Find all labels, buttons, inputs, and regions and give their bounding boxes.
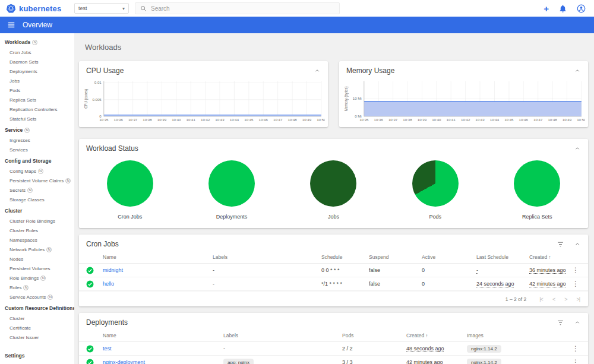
row-menu-icon[interactable]: ⋮: [570, 267, 581, 274]
svg-text:10:41: 10:41: [187, 119, 195, 122]
sidebar-item[interactable]: Cluster: [0, 314, 74, 323]
filter-icon[interactable]: [557, 240, 564, 248]
sidebar-item[interactable]: Persistent Volume Claims N: [0, 176, 74, 185]
svg-text:10:46: 10:46: [259, 119, 268, 122]
namespace-selector[interactable]: test ▾: [74, 3, 129, 14]
column-labels[interactable]: Labels: [223, 333, 342, 338]
deployment-name-link[interactable]: nginx-deployment: [103, 359, 223, 364]
row-menu-icon[interactable]: ⋮: [570, 345, 581, 352]
sidebar-item-label: Cluster Issuer: [10, 335, 39, 340]
sidebar-section-header[interactable]: Custom Resource Definitions: [0, 303, 74, 314]
search-input[interactable]: [151, 5, 334, 12]
column-schedule[interactable]: Schedule: [321, 254, 369, 260]
sidebar-footer-item[interactable]: About: [0, 361, 74, 364]
collapse-chevron-icon[interactable]: [574, 67, 581, 74]
sidebar-item-label: Deployments: [10, 69, 37, 74]
collapse-chevron-icon[interactable]: [574, 145, 581, 152]
column-last-schedule[interactable]: Last Schedule: [476, 254, 529, 260]
status-cell: [86, 267, 103, 274]
row-menu-icon[interactable]: ⋮: [570, 280, 581, 287]
sidebar-item[interactable]: Deployments: [0, 67, 74, 76]
column-created[interactable]: Created↑: [406, 333, 467, 338]
column-labels[interactable]: Labels: [213, 254, 321, 260]
column-suspend[interactable]: Suspend: [369, 254, 422, 260]
pagination-prev-page-button[interactable]: <: [552, 296, 555, 302]
sidebar-item[interactable]: Persistent Volumes: [0, 264, 74, 273]
svg-text:10:39: 10:39: [157, 119, 166, 122]
sidebar-item-label: Config Maps: [10, 169, 36, 174]
sidebar-item[interactable]: Ingresses: [0, 135, 74, 145]
sidebar-section-label: Custom Resource Definitions: [5, 305, 74, 311]
svg-text:10 Mi: 10 Mi: [353, 97, 362, 100]
notifications-bell-icon[interactable]: [558, 4, 567, 13]
create-resource-button[interactable]: +: [544, 4, 549, 13]
user-account-icon[interactable]: [577, 4, 586, 13]
success-check-icon: [86, 267, 94, 274]
kubernetes-logo-icon: [6, 4, 16, 14]
cpu-usage-card: CPU Usage 10:3510:3610:3710:3810:3910:40…: [79, 61, 328, 127]
sidebar-item[interactable]: Cluster Role Bindings: [0, 216, 74, 226]
sidebar-item[interactable]: Replication Controllers: [0, 105, 74, 114]
workload-status-pie: [514, 160, 560, 207]
sidebar-item-label: Persistent Volume Claims: [10, 178, 64, 183]
cron-job-name-link[interactable]: hello: [103, 281, 213, 287]
row-menu-icon[interactable]: ⋮: [570, 359, 581, 364]
sidebar-section-header[interactable]: Config and Storage: [0, 156, 74, 166]
sidebar-item[interactable]: Config Maps N: [0, 166, 74, 176]
cron-job-name-link[interactable]: midnight: [103, 267, 213, 273]
pagination-first-page-button[interactable]: |<: [539, 296, 543, 302]
sidebar-item[interactable]: Services: [0, 145, 74, 154]
sidebar-item[interactable]: Pods: [0, 86, 74, 95]
column-active[interactable]: Active: [422, 254, 476, 260]
sidebar-section-header[interactable]: Workloads N: [0, 37, 74, 48]
sidebar-item[interactable]: Storage Classes: [0, 195, 74, 204]
sidebar-item[interactable]: Secrets N: [0, 185, 74, 195]
sidebar-item-label: Cron Jobs: [10, 50, 31, 55]
cell-created: 42 minutes ago: [406, 359, 467, 364]
sidebar-item[interactable]: Certificate: [0, 323, 74, 333]
collapse-chevron-icon[interactable]: [574, 240, 581, 248]
sidebar-section-header[interactable]: Cluster: [0, 205, 74, 216]
sidebar-section: Workloads N Cron Jobs Daemon Sets Deploy…: [0, 37, 74, 124]
cpu-usage-chart: 10:3510:3610:3710:3810:3910:4010:4110:42…: [82, 78, 325, 124]
kubernetes-brand[interactable]: kubernetes: [6, 4, 68, 14]
success-check-icon: [86, 345, 94, 353]
sidebar-item[interactable]: Stateful Sets: [0, 114, 74, 124]
sidebar-item[interactable]: Namespaces: [0, 235, 74, 245]
collapse-chevron-icon[interactable]: [314, 67, 321, 74]
status-cell: [86, 359, 103, 364]
sidebar-section-header[interactable]: Service N: [0, 125, 74, 135]
sidebar-item[interactable]: Cluster Issuer: [0, 333, 74, 342]
column-images[interactable]: Images: [467, 333, 570, 338]
column-name[interactable]: Name: [103, 254, 213, 260]
sidebar-item[interactable]: Role Bindings N: [0, 273, 74, 283]
cell-active: 0: [422, 267, 476, 273]
sidebar-item[interactable]: Cron Jobs: [0, 48, 74, 57]
sidebar-item[interactable]: Replica Sets: [0, 95, 74, 105]
sidebar-item[interactable]: Jobs: [0, 76, 74, 86]
pagination-last-page-button[interactable]: >|: [576, 296, 580, 302]
deployments-title: Deployments: [86, 318, 547, 327]
sidebar-item[interactable]: Network Policies N: [0, 245, 74, 254]
sidebar-item[interactable]: Nodes: [0, 254, 74, 264]
deployment-name-link[interactable]: test: [103, 346, 223, 352]
filter-icon[interactable]: [557, 319, 564, 327]
svg-text:10:46: 10:46: [519, 119, 528, 122]
pagination-next-page-button[interactable]: >: [564, 296, 567, 302]
hamburger-menu-icon[interactable]: [7, 21, 15, 29]
sidebar-item[interactable]: Roles N: [0, 283, 74, 292]
sidebar-item[interactable]: Cluster Roles: [0, 226, 74, 235]
search-bar[interactable]: [135, 2, 340, 14]
column-created[interactable]: Created↑: [529, 254, 570, 260]
collapse-chevron-icon[interactable]: [574, 319, 581, 326]
sidebar-item[interactable]: Daemon Sets: [0, 57, 74, 67]
sidebar-item[interactable]: Service Accounts N: [0, 292, 74, 302]
sidebar-footer-item[interactable]: Settings: [0, 350, 74, 361]
workload-status-chart-cell: Jobs: [310, 160, 356, 220]
cpu-card-title: CPU Usage: [86, 67, 304, 75]
svg-text:10:44: 10:44: [230, 119, 239, 122]
cell-schedule: 0 0 * * *: [321, 267, 369, 273]
sidebar-section: Cluster Cluster Role Bindings Cluster Ro…: [0, 205, 74, 302]
column-name[interactable]: Name: [103, 333, 223, 338]
column-pods[interactable]: Pods: [342, 333, 406, 338]
